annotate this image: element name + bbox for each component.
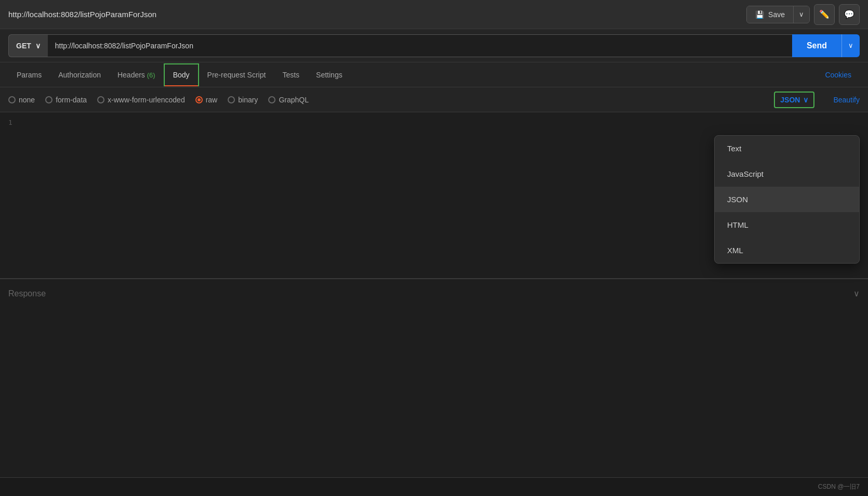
option-binary[interactable]: binary [228,96,258,104]
line-number: 1 [0,119,21,126]
save-label: Save [768,10,785,19]
method-select[interactable]: GET ∨ [8,34,48,57]
tab-tests[interactable]: Tests [274,63,308,86]
save-button[interactable]: 💾 Save [747,6,794,23]
radio-form-data [45,96,52,103]
radio-raw [195,96,203,103]
tab-body[interactable]: Body [164,63,199,86]
send-button-group: Send ∨ [792,34,860,57]
beautify-button[interactable]: Beautify [833,96,860,104]
radio-x-www-form-urlencoded [97,96,104,103]
tabs-bar: Params Authorization Headers (6) Body Pr… [0,62,868,87]
chevron-down-icon: ∨ [803,96,808,104]
format-dropdown-menu: Text JavaScript JSON HTML XML [714,135,860,264]
format-dropdown-button[interactable]: JSON ∨ [774,92,814,108]
tab-authorization[interactable]: Authorization [50,63,109,86]
send-button[interactable]: Send [792,34,841,57]
editor-area[interactable]: 1 Text JavaScript JSON HTML XML [0,112,868,279]
dropdown-item-text[interactable]: Text [715,136,859,161]
tab-pre-request-script[interactable]: Pre-request Script [199,63,274,86]
option-form-data[interactable]: form-data [45,96,87,104]
save-dropdown-button[interactable]: ∨ [794,6,809,22]
url-input[interactable] [48,34,792,57]
comment-icon-button[interactable]: 💬 [839,4,860,25]
option-none[interactable]: none [8,96,35,104]
response-chevron-icon: ∨ [853,289,860,298]
format-label: JSON [780,96,800,104]
edit-icon-button[interactable]: ✏️ [814,4,835,25]
body-options-bar: none form-data x-www-form-urlencoded raw… [0,87,868,112]
title-bar-actions: 💾 Save ∨ ✏️ 💬 [746,4,860,25]
tab-cookies[interactable]: Cookies [817,63,860,86]
bottom-bar-text: CSDN @一旧7 [818,482,860,491]
tab-settings[interactable]: Settings [308,63,351,86]
headers-badge: (6) [147,71,155,79]
dropdown-item-html[interactable]: HTML [715,212,859,238]
save-button-group: 💾 Save ∨ [746,6,810,23]
dropdown-item-json[interactable]: JSON [715,187,859,212]
bottom-bar: CSDN @一旧7 [0,477,868,496]
response-label: Response [8,289,46,298]
option-x-www-form-urlencoded[interactable]: x-www-form-urlencoded [97,96,185,104]
tab-params[interactable]: Params [8,63,50,86]
option-raw[interactable]: raw [195,96,218,104]
dropdown-item-xml[interactable]: XML [715,238,859,263]
url-bar: GET ∨ Send ∨ [0,29,868,62]
radio-graphql [268,96,275,103]
dropdown-item-javascript[interactable]: JavaScript [715,161,859,187]
window-title: http://localhost:8082/listPojoParamForJs… [8,10,156,19]
send-dropdown-button[interactable]: ∨ [841,34,860,57]
method-chevron-icon: ∨ [35,42,41,50]
method-label: GET [16,42,31,50]
response-section[interactable]: Response ∨ [0,279,868,308]
title-bar: http://localhost:8082/listPojoParamForJs… [0,0,868,29]
save-icon: 💾 [755,10,764,19]
option-graphql[interactable]: GraphQL [268,96,309,104]
tab-headers[interactable]: Headers (6) [109,63,164,86]
radio-none [8,96,16,103]
radio-binary [228,96,235,103]
